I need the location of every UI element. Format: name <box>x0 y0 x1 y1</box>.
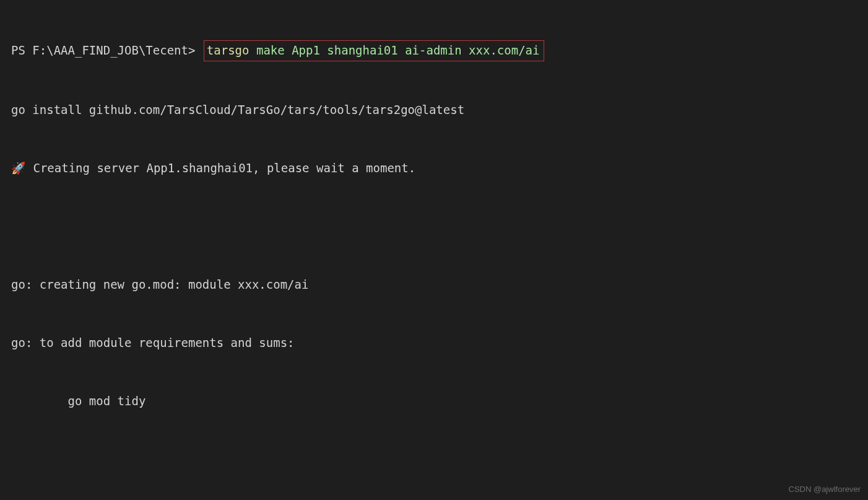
command-highlight-box: tarsgo make App1 shanghai01 ai-admin xxx… <box>204 40 544 61</box>
output-line: go mod tidy <box>11 392 868 411</box>
output-line: go: to add module requirements and sums: <box>11 333 868 353</box>
blank-line <box>11 217 868 236</box>
blank-line <box>11 450 868 469</box>
output-line: go install github.com/TarsCloud/TarsGo/t… <box>11 100 868 120</box>
output-line: 🚀 Creating server App1.shanghai01, pleas… <box>11 159 868 178</box>
command-tool: tarsgo <box>207 43 250 57</box>
watermark: CSDN @ajwlforever <box>789 485 861 494</box>
ps-prompt: PS F:\AAA_FIND_JOB\Tecent> <box>11 43 202 57</box>
prompt-line: PS F:\AAA_FIND_JOB\Tecent> tarsgo make A… <box>11 40 868 61</box>
terminal-output[interactable]: PS F:\AAA_FIND_JOB\Tecent> tarsgo make A… <box>0 0 868 500</box>
output-line: go: creating new go.mod: module xxx.com/… <box>11 275 868 294</box>
command-args: make App1 shanghai01 ai-admin xxx.com/ai <box>250 43 540 57</box>
